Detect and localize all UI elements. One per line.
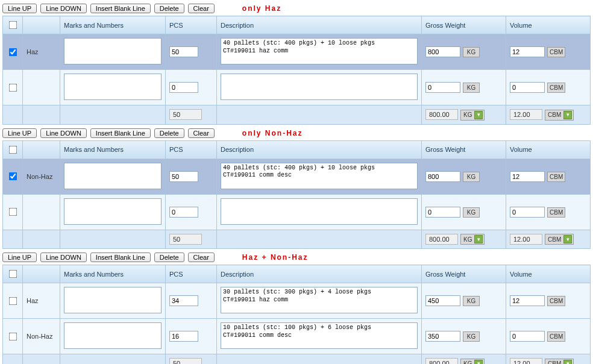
row-tag: Haz [27,297,39,304]
row-tag: Haz [27,48,39,55]
gross-weight-input[interactable] [425,46,460,57]
volume-unit: CBM [547,331,565,342]
line-up-button[interactable]: Line UP [2,128,37,138]
row-select-checkbox[interactable] [9,332,17,340]
pcs-input[interactable] [169,171,198,182]
gross-weight-input[interactable] [425,82,460,93]
volume-unit-label: CBM [548,360,561,364]
table-row: Non-HazKGCBM [3,319,591,354]
insert-blank-button[interactable]: Insert Blank Line [90,4,151,13]
line-down-button[interactable]: Line DOWN [40,253,87,262]
description-input[interactable] [221,163,418,189]
weight-unit: KG [463,296,480,306]
table-row: Non-HazKGCBM [3,158,591,194]
weight-unit: KG [463,207,480,218]
header-select [3,16,23,34]
marks-input[interactable] [64,74,162,100]
description-input[interactable] [221,38,418,64]
row-select-checkbox[interactable] [9,208,17,216]
table-row: HazKGCBM [3,34,591,70]
select-all-checkbox[interactable] [9,270,17,278]
line-down-button[interactable]: Line DOWN [40,128,87,138]
section-title: Haz + Non-Haz [242,253,309,262]
clear-button[interactable]: Clear [188,128,215,138]
volume-input[interactable] [510,331,545,342]
header-volume: Volume [506,16,591,34]
description-input[interactable] [221,198,418,225]
weight-unit: KG [463,172,480,182]
header-volume: Volume [506,265,591,283]
marks-input[interactable] [64,287,162,313]
volume-unit-dropdown[interactable]: CBM▾ [545,359,574,365]
line-up-button[interactable]: Line UP [2,253,37,262]
weight-unit: KG [463,83,480,93]
volume-input[interactable] [510,82,545,93]
volume-unit-dropdown[interactable]: CBM▾ [545,110,574,121]
row-select-checkbox[interactable] [9,297,17,305]
header-tag [23,265,60,283]
header-select [3,265,23,283]
toolbar: Line UPLine DOWNInsert Blank LineDeleteC… [2,4,591,13]
description-input[interactable] [221,322,418,349]
volume-input[interactable] [510,171,545,182]
weight-unit-dropdown[interactable]: KG▾ [460,110,485,121]
pcs-input[interactable] [169,82,198,93]
row-select-checkbox[interactable] [9,83,17,92]
volume-unit: CBM [547,296,565,306]
delete-button[interactable]: Delete [154,253,184,262]
marks-input[interactable] [64,322,162,349]
volume-unit: CBM [547,207,565,218]
insert-blank-button[interactable]: Insert Blank Line [90,253,151,262]
pcs-input[interactable] [169,331,198,342]
header-tag [23,140,60,158]
description-input[interactable] [221,287,418,313]
insert-blank-button[interactable]: Insert Blank Line [90,128,151,138]
header-description: Description [217,16,422,34]
volume-unit-dropdown[interactable]: CBM▾ [545,234,574,245]
gross-weight-input[interactable] [425,295,460,306]
row-select-checkbox[interactable] [9,48,17,56]
volume-unit: CBM [547,172,565,182]
select-all-checkbox[interactable] [9,145,17,154]
delete-button[interactable]: Delete [154,128,184,138]
weight-unit-dropdown[interactable]: KG▾ [460,359,485,365]
description-input[interactable] [221,74,418,100]
row-select-checkbox[interactable] [9,172,17,181]
chevron-down-icon: ▾ [563,360,572,365]
clear-button[interactable]: Clear [188,253,215,262]
marks-input[interactable] [64,163,162,189]
chevron-down-icon: ▾ [474,111,483,119]
table-row: KGCBM [3,70,591,105]
select-all-checkbox[interactable] [9,21,17,30]
cargo-section: Line UPLine DOWNInsert Blank LineDeleteC… [2,128,591,249]
marks-input[interactable] [64,38,162,64]
line-down-button[interactable]: Line DOWN [40,4,87,13]
volume-unit-label: CBM [548,111,561,118]
pcs-input[interactable] [169,295,198,306]
gross-weight-input[interactable] [425,331,460,342]
clear-button[interactable]: Clear [188,4,215,13]
marks-input[interactable] [64,198,162,225]
volume-input[interactable] [510,46,545,57]
volume-input[interactable] [510,295,545,306]
section-title: only Non-Haz [242,129,303,137]
line-up-button[interactable]: Line UP [2,4,37,13]
volume-unit: CBM [547,83,565,93]
gross-weight-input[interactable] [425,171,460,182]
cargo-grid: Marks and NumbersPCSDescriptionGross Wei… [2,265,591,364]
pcs-input[interactable] [169,46,198,57]
pcs-input[interactable] [169,207,198,218]
header-volume: Volume [506,140,591,158]
header-marks: Marks and Numbers [60,16,166,34]
section-title: only Haz [242,4,281,13]
weight-unit-dropdown[interactable]: KG▾ [460,234,485,245]
totals-row: 50800.00KG▾12.00CBM▾ [3,230,591,249]
header-marks: Marks and Numbers [60,140,166,158]
volume-input[interactable] [510,207,545,218]
total-volume: 12.00 [510,234,542,245]
gross-weight-input[interactable] [425,207,460,218]
cargo-grid: Marks and NumbersPCSDescriptionGross Wei… [2,140,591,249]
toolbar: Line UPLine DOWNInsert Blank LineDeleteC… [2,253,591,262]
header-pcs: PCS [166,140,217,158]
delete-button[interactable]: Delete [154,4,184,13]
